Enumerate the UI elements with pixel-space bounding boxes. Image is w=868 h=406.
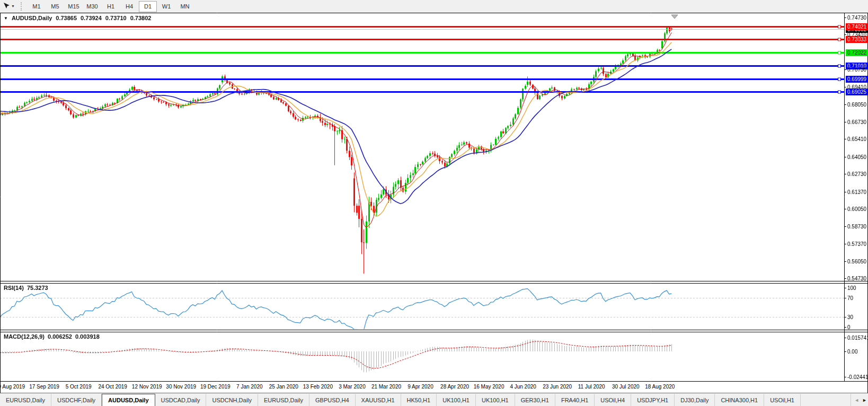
chart-tab-gbpusd-h4[interactable]: GBPUSD,H4 (309, 394, 356, 406)
ohlc-close: 0.73802 (130, 15, 152, 21)
chart-tab-eurusd-daily[interactable]: EURUSD,Daily (258, 394, 309, 406)
chart-tab-hk50-h1[interactable]: HK50,H1 (401, 394, 437, 406)
chart-tab-usdcnh-daily[interactable]: USDCNH,Daily (206, 394, 258, 406)
chart-symbol-period: AUDUSD,Daily (12, 15, 52, 21)
rsi-value: 75.3273 (27, 285, 48, 291)
hline-price-label: 0.72022 (846, 49, 868, 56)
timeframe-button-h1[interactable]: H1 (102, 1, 120, 12)
timeframe-button-w1[interactable]: W1 (157, 1, 175, 12)
price-axis-tick-label: 0.61370 (847, 189, 868, 196)
time-axis-label: 12 Nov 2019 (128, 384, 165, 390)
timeframe-button-d1[interactable]: D1 (139, 1, 157, 12)
time-axis-label: 30 Nov 2019 (163, 384, 200, 390)
timeframe-button-m15[interactable]: M15 (65, 1, 83, 12)
time-axis-label: 16 May 2020 (471, 384, 508, 390)
time-axis-label: 30 Jul 2020 (607, 384, 644, 390)
time-axis-label: 9 Apr 2020 (402, 384, 439, 390)
chart-tab-china300-h1[interactable]: CHINA300,H1 (715, 394, 764, 406)
timeframe-buttons: M1M5M15M30H1H4D1W1MN (28, 1, 194, 11)
time-axis-label: 23 Jun 2020 (539, 384, 576, 390)
time-axis-label: 29 Aug 2019 (0, 384, 29, 390)
price-axis-tick-label: 0.65410 (847, 136, 868, 143)
time-axis-label: 18 Aug 2020 (641, 384, 678, 390)
macd-label: MACD(12,26,9) 0.006252 0.003918 (4, 333, 100, 340)
price-axis-tick-label: 0.62730 (847, 171, 868, 178)
macd-main-value: 0.006252 (48, 333, 72, 340)
candlestick-chart-canvas[interactable] (0, 13, 868, 382)
price-axis-tick-label: 0.56050 (847, 259, 868, 265)
ohlc-open: 0.73865 (56, 15, 77, 21)
time-axis-label: 11 Jul 2020 (573, 384, 610, 390)
rsi-axis-label: 100 (847, 285, 868, 292)
macd-name: MACD(12,26,9) (4, 333, 45, 340)
chart-tab-usdcad-daily[interactable]: USDCAD,Daily (155, 394, 207, 406)
chart-tab-audusd-daily[interactable]: AUDUSD,Daily (102, 394, 155, 406)
chart-tab-usoil-h1[interactable]: USOil,H1 (764, 394, 801, 406)
rsi-label: RSI(14) 75.3273 (4, 285, 48, 291)
dropdown-caret-icon[interactable]: ▼ (11, 4, 15, 8)
price-axis-tick-label: 0.69410 (847, 84, 868, 91)
time-axis-label: 25 Jan 2020 (265, 384, 302, 390)
chart-tab-usoil-h4[interactable]: USOil,H4 (595, 394, 631, 406)
chart-tab-uk100-h1[interactable]: UK100,H1 (476, 394, 515, 406)
macd-axis-label: 0.00 (847, 349, 868, 355)
chart-tab-fra40-h1[interactable]: FRA40,H1 (555, 394, 595, 406)
chart-tab-ger30-h1[interactable]: GER30,H1 (515, 394, 555, 406)
chart-tab-eurusd-daily[interactable]: EURUSD,Daily (0, 394, 51, 406)
tab-scroll-left-icon[interactable]: ◄ (854, 398, 859, 403)
chart-tab-bar: EURUSD,DailyUSDCHF,DailyAUDUSD,DailyUSDC… (0, 394, 868, 406)
price-axis-tick-label: 0.64050 (847, 154, 868, 161)
chart-title: ▼ AUDUSD,Daily 0.73865 0.73924 0.73710 0… (4, 15, 151, 21)
price-axis-tick-label: 0.60050 (847, 206, 868, 213)
cursor-tool-button[interactable]: ▼ (2, 1, 16, 11)
rsi-axis-label: 70 (847, 295, 868, 302)
rsi-name: RSI(14) (4, 285, 24, 291)
ohlc-low: 0.73710 (105, 15, 127, 21)
price-axis-tick-label: 0.74730 (847, 15, 868, 21)
macd-signal-value: 0.003918 (75, 333, 100, 340)
chart-tab-xauusd-h1[interactable]: XAUUSD,H1 (356, 394, 401, 406)
time-axis-label: 24 Oct 2019 (94, 384, 131, 390)
hline-price-label: 0.69999 (846, 76, 868, 83)
timeframe-toolbar: ▼ M1M5M15M30H1H4D1W1MN (0, 0, 868, 12)
time-axis-label: 17 Sep 2019 (26, 384, 63, 390)
time-axis[interactable]: 29 Aug 201917 Sep 20195 Oct 201924 Oct 2… (0, 382, 868, 393)
time-axis-label: 13 Feb 2020 (299, 384, 336, 390)
chart-tab-uk100-h1[interactable]: UK100,H1 (437, 394, 476, 406)
price-axis-tick-label: 0.68050 (847, 102, 868, 108)
chart-menu-icon[interactable]: ▼ (4, 16, 8, 21)
time-axis-label: 5 Oct 2019 (60, 384, 97, 390)
time-axis-label: 19 Dec 2019 (197, 384, 234, 390)
ohlc-high: 0.73924 (81, 15, 102, 21)
chart-tab-usdchf-daily[interactable]: USDCHF,Daily (51, 394, 102, 406)
toolbar-grip[interactable] (21, 2, 23, 11)
chart-tab-dj30-daily[interactable]: DJ30,Daily (675, 394, 715, 406)
chart-tab-usdjpy-h1[interactable]: USDJPY,H1 (631, 394, 675, 406)
rsi-axis-label: 30 (847, 314, 868, 321)
timeframe-button-h4[interactable]: H4 (120, 1, 138, 12)
price-axis-tick-label: 0.58730 (847, 224, 868, 230)
price-axis-tick-label: 0.57370 (847, 241, 868, 248)
tab-scroll-right-icon[interactable]: ► (862, 398, 867, 403)
cursor-icon (3, 2, 10, 11)
timeframe-button-m5[interactable]: M5 (46, 1, 64, 12)
tab-scroll-buttons: ◄► (851, 394, 867, 406)
macd-axis-label: 0.015741 (847, 335, 868, 341)
hline-price-label: 0.74021 (846, 23, 868, 30)
price-axis-tick-label: 0.73410 (847, 32, 868, 38)
price-axis-tick-label: 0.70730 (847, 67, 868, 73)
price-axis-tick-label: 0.54730 (847, 276, 868, 282)
time-axis-label: 28 Apr 2020 (436, 384, 473, 390)
time-axis-label: 21 Mar 2020 (368, 384, 405, 390)
timeframe-button-m1[interactable]: M1 (28, 1, 46, 12)
macd-axis-label: -0.024412 (847, 374, 868, 381)
timeframe-button-m30[interactable]: M30 (83, 1, 101, 12)
rsi-axis-label: 0 (847, 324, 868, 331)
timeframe-button-mn[interactable]: MN (176, 1, 194, 12)
time-axis-label: 7 Jan 2020 (231, 384, 268, 390)
time-axis-label: 4 Jun 2020 (504, 384, 542, 390)
mt4-terminal: ▼ M1M5M15M30H1H4D1W1MN ▼ AUDUSD,Daily 0.… (0, 0, 868, 406)
price-axis-tick-label: 0.66730 (847, 119, 868, 126)
time-axis-label: 3 Mar 2020 (333, 384, 370, 390)
